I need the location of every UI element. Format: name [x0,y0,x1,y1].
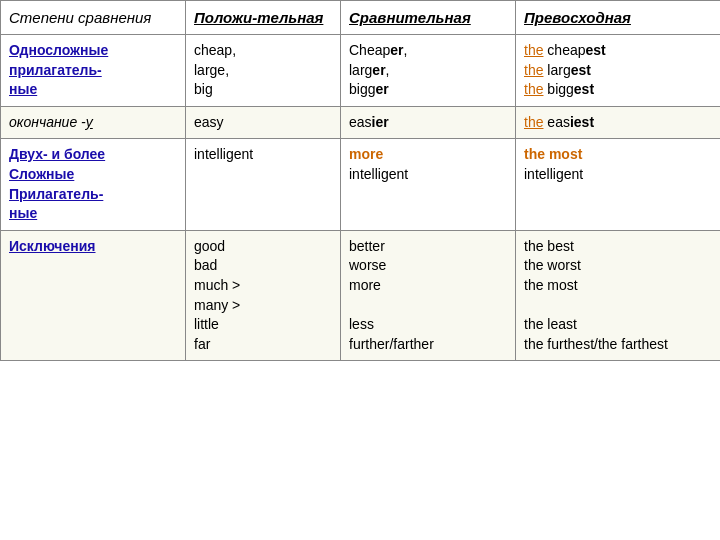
row3-col1: Двух- и болееСложныеПрилагатель-ные [1,139,186,230]
row1-col1: Односложныеприлагатель-ные [1,35,186,107]
row1-col4: the cheapest the largest the biggest [516,35,721,107]
row2-col1: окончание -у [1,106,186,139]
table-row: Двух- и болееСложныеПрилагатель-ные inte… [1,139,721,230]
header-row: Степени сравнения Положи-тельная Сравнит… [1,1,721,35]
header-col3: Сравнительная [341,1,516,35]
row2-col4: the easiest [516,106,721,139]
row3-col2: intelligent [186,139,341,230]
row2-col3: easier [341,106,516,139]
header-col1: Степени сравнения [1,1,186,35]
row4-col1: Исключения [1,230,186,361]
table-row: Исключения good bad much > many > little… [1,230,721,361]
row3-col4: the mostintelligent [516,139,721,230]
row2-col2: easy [186,106,341,139]
header-col2: Положи-тельная [186,1,341,35]
table-row: Односложныеприлагатель-ные cheap,large,b… [1,35,721,107]
table-row: окончание -у easy easier the easiest [1,106,721,139]
row4-col4: the bestthe worstthe mostthe leastthe fu… [516,230,721,361]
row1-col3: Cheaper,larger,bigger [341,35,516,107]
row1-col2: cheap,large,big [186,35,341,107]
row4-col3: betterworsemorelessfurther/farther [341,230,516,361]
row3-col3: moreintelligent [341,139,516,230]
row4-col2: good bad much > many > little far [186,230,341,361]
header-col4: Превосходная [516,1,721,35]
